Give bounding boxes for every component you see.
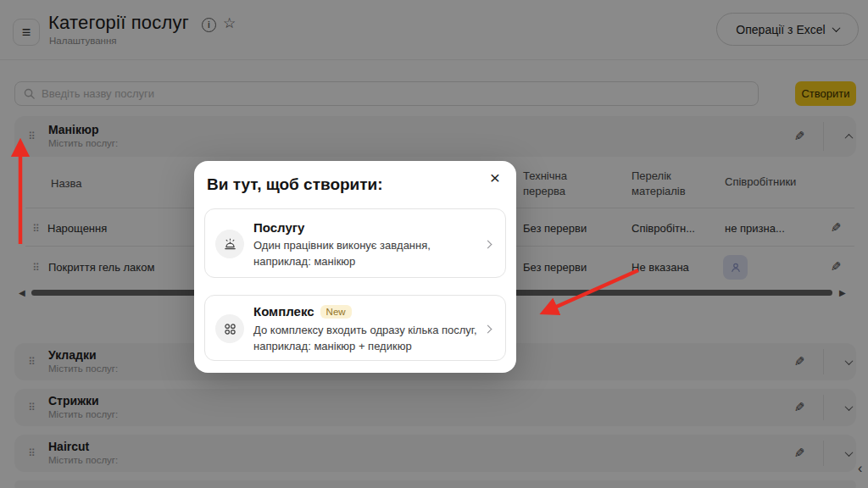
option-description: Один працівник виконує завдання, наприкл… <box>253 237 431 269</box>
chevron-right-glyph <box>484 241 492 249</box>
chevron-right-icon <box>485 236 491 251</box>
option-title: Комплекс New <box>253 304 352 319</box>
new-badge: New <box>320 305 352 319</box>
chevron-right-glyph <box>484 325 492 334</box>
option-desc-line2: наприклад: манікюр + педикюр <box>253 338 477 354</box>
service-bell-icon <box>222 236 238 252</box>
modal-title: Ви тут, щоб створити: <box>207 175 383 194</box>
option-complex-card[interactable]: Комплекс New До комплексу входить одразу… <box>204 295 506 361</box>
option-title-text: Комплекс <box>253 304 314 319</box>
option-desc-line2: наприклад: манікюр <box>253 253 431 269</box>
create-choice-modal: Ви тут, щоб створити: × Послугу Один пра… <box>194 161 516 373</box>
option-service-card[interactable]: Послугу Один працівник виконує завдання,… <box>204 208 506 278</box>
chevron-right-icon <box>485 320 491 336</box>
option-desc-line1: Один працівник виконує завдання, <box>253 237 431 253</box>
option-description: До комплексу входить одразу кілька послу… <box>253 322 477 354</box>
service-icon-circle <box>215 230 244 258</box>
option-title-text: Послугу <box>253 220 304 235</box>
option-desc-line1: До комплексу входить одразу кілька послу… <box>253 322 477 338</box>
complex-icon-circle <box>215 314 244 343</box>
option-title: Послугу <box>253 220 304 235</box>
group-circles-icon <box>222 321 238 337</box>
close-icon[interactable]: × <box>485 168 505 188</box>
